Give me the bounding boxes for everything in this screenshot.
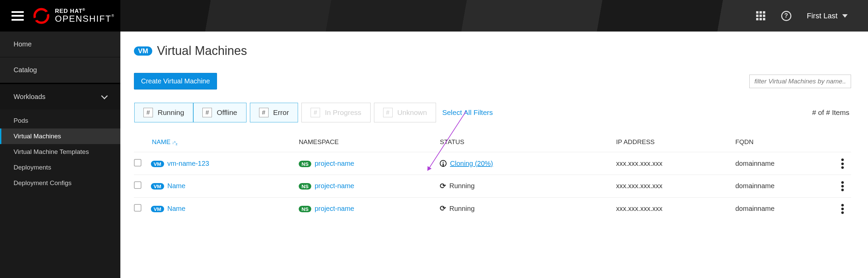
sidebar-item-deployments[interactable]: Deployments (0, 160, 120, 175)
sidebar-group-label: Workloads (14, 93, 45, 101)
sidebar-item-virtual-machines[interactable]: Virtual Machines (0, 128, 120, 144)
filter-label: Running (158, 108, 184, 117)
namespace-link[interactable]: project-name (315, 182, 354, 190)
sidebar-item-catalog[interactable]: Catalog (0, 57, 120, 83)
svg-point-0 (35, 9, 48, 23)
help-icon[interactable]: ? (781, 11, 791, 21)
filter-count: # (311, 108, 320, 117)
ip-address: xxx.xxx.xxx.xxx (616, 175, 735, 197)
filter-count: # (383, 108, 393, 117)
brand: RED HAT® OPENSHIFT® (33, 8, 115, 24)
create-vm-button[interactable]: Create Virtual Machine (134, 73, 217, 90)
filter-count: # (259, 108, 269, 117)
filter-unknown: # Unknown (374, 103, 436, 122)
sidebar: Home Catalog Workloads Pods Virtual Mach… (0, 32, 120, 278)
row-checkbox[interactable] (134, 159, 141, 166)
col-namespace[interactable]: NAMESPACE (299, 132, 440, 152)
ns-badge: NS (299, 161, 311, 167)
vm-table: NAME↓ᴬᴢ NAMESPACE STATUS IP ADDRESS FQDN… (134, 132, 851, 220)
row-kebab-menu[interactable]: ••• (837, 158, 848, 169)
table-row: VMNameNSproject-name⟳Runningxxx.xxx.xxx.… (134, 175, 851, 197)
page-title: Virtual Machines (157, 44, 247, 58)
brand-line2: OPENSHIFT (55, 14, 112, 24)
sidebar-item-pods[interactable]: Pods (0, 113, 120, 128)
sidebar-item-deployment-configs[interactable]: Deployment Configs (0, 175, 120, 191)
filter-in-progress: # In Progress (301, 103, 370, 122)
fqdn: domainname (735, 175, 837, 197)
vm-badge: VM (151, 161, 164, 167)
filter-error[interactable]: # Error (250, 103, 298, 122)
chevron-down-icon (101, 93, 108, 99)
app-launcher-icon[interactable] (756, 11, 766, 20)
status-link[interactable]: Cloning (20%) (450, 160, 493, 167)
ip-address: xxx.xxx.xxx.xxx (616, 197, 735, 220)
masthead-right: ? First Last (120, 0, 868, 32)
sync-icon: ⟳ (440, 182, 446, 191)
filter-count: # (143, 108, 153, 117)
ns-badge: NS (299, 206, 311, 212)
row-checkbox[interactable] (134, 181, 141, 189)
table-row: VMvm-name-123NSproject-nameCloning (20%)… (134, 152, 851, 175)
sidebar-item-home[interactable]: Home (0, 32, 120, 57)
filter-running[interactable]: # Running (134, 103, 193, 122)
col-ip[interactable]: IP ADDRESS (616, 132, 735, 152)
col-name[interactable]: NAME↓ᴬᴢ (151, 132, 299, 152)
vm-name-link[interactable]: vm-name-123 (167, 160, 209, 167)
masthead: RED HAT® OPENSHIFT® ? First Last (0, 0, 868, 32)
openshift-logo-icon (33, 8, 50, 24)
row-kebab-menu[interactable]: ••• (837, 180, 848, 192)
namespace-link[interactable]: project-name (315, 160, 354, 167)
vm-name-link[interactable]: Name (167, 182, 185, 190)
col-fqdn[interactable]: FQDN (735, 132, 837, 152)
fqdn: domainname (735, 197, 837, 220)
ip-address: xxx.xxx.xxx.xxx (616, 152, 735, 175)
filter-offline[interactable]: # Offline (193, 103, 246, 122)
filter-label: Offline (217, 108, 237, 117)
sort-icon: ↓ᴬᴢ (172, 140, 177, 145)
chevron-down-icon (842, 14, 848, 18)
namespace-link[interactable]: project-name (315, 205, 354, 212)
item-count: # of # Items (812, 108, 849, 117)
hamburger-icon[interactable] (12, 9, 24, 23)
filter-label: Unknown (397, 108, 427, 117)
filter-by-name-input[interactable] (749, 75, 851, 88)
status-text: Running (449, 182, 475, 190)
main-content: VM Virtual Machines Create Virtual Machi… (120, 32, 868, 278)
vm-name-link[interactable]: Name (167, 205, 185, 212)
status-text: Running (449, 205, 475, 213)
info-icon (440, 160, 447, 167)
filter-label: In Progress (325, 108, 361, 117)
page-header: VM Virtual Machines (134, 44, 851, 58)
status-filter-bar: # Running # Offline # Error # In Progres… (134, 102, 851, 123)
page-badge: VM (134, 46, 152, 56)
brand-text: RED HAT® OPENSHIFT® (55, 8, 115, 23)
fqdn: domainname (735, 152, 837, 175)
filter-label: Error (273, 108, 289, 117)
user-menu[interactable]: First Last (807, 12, 848, 20)
sync-icon: ⟳ (440, 204, 446, 213)
vm-badge: VM (151, 183, 164, 190)
ns-badge: NS (299, 183, 311, 190)
select-all-filters[interactable]: Select All Filters (442, 108, 493, 117)
col-status[interactable]: STATUS (440, 132, 575, 152)
row-kebab-menu[interactable]: ••• (837, 203, 848, 215)
masthead-left: RED HAT® OPENSHIFT® (0, 0, 120, 32)
sidebar-group-workloads[interactable]: Workloads (0, 83, 120, 110)
filter-count: # (202, 108, 212, 117)
user-name: First Last (807, 12, 837, 20)
row-checkbox[interactable] (134, 204, 141, 212)
vm-badge: VM (151, 206, 164, 212)
toolbar: Create Virtual Machine (134, 73, 851, 90)
sidebar-item-vm-templates[interactable]: Virtual Machine Templates (0, 144, 120, 160)
table-row: VMNameNSproject-name⟳Runningxxx.xxx.xxx.… (134, 197, 851, 220)
sidebar-subnav: Pods Virtual Machines Virtual Machine Te… (0, 110, 120, 194)
